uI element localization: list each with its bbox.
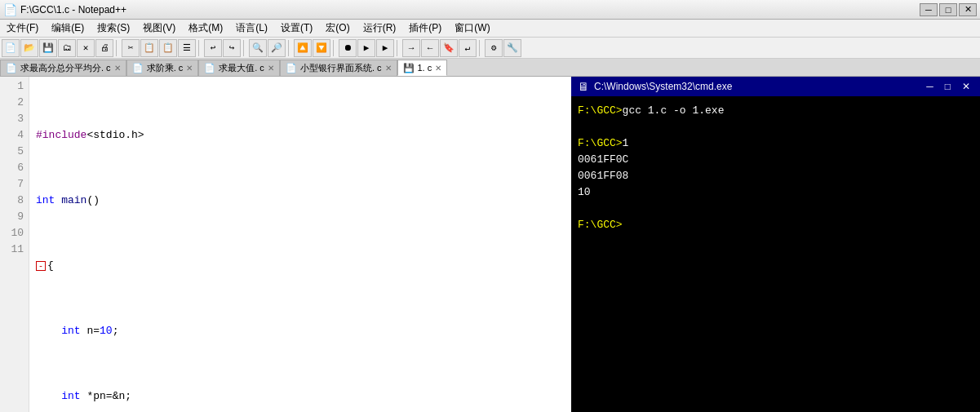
menu-window[interactable]: 窗口(W): [448, 20, 496, 37]
include-keyword: #include: [36, 127, 86, 144]
tb-macro-play[interactable]: ▶: [357, 39, 375, 57]
menu-settings[interactable]: 设置(T): [274, 20, 319, 37]
code-area: 1 2 3 4 5 6 7 8 9 10 11 #include<stdio: [0, 77, 571, 412]
tb-open[interactable]: 📂: [20, 39, 38, 57]
cmd-cmd-gcc: gcc 1.c -o 1.exe: [623, 104, 725, 117]
menu-language[interactable]: 语言(L): [229, 20, 274, 37]
cmd-line-2: F:\GCC>1: [578, 135, 973, 152]
window-title: F:\GCC\1.c - Notepad++: [20, 4, 920, 16]
kw-int-pn: int: [61, 388, 80, 405]
window-controls: ─ □ ✕: [920, 3, 977, 16]
tab-close-4[interactable]: ✕: [385, 64, 392, 73]
cmd-minimize-btn[interactable]: ─: [923, 81, 937, 92]
cmd-title-bar: 🖥 C:\Windows\System32\cmd.exe ─ □ ✕: [571, 77, 980, 96]
tb-new[interactable]: 📄: [2, 39, 20, 57]
cmd-line-4: 0061FF08: [578, 168, 973, 184]
menu-edit[interactable]: 编辑(E): [45, 20, 91, 37]
line-num-9: 9: [5, 209, 24, 225]
menu-view[interactable]: 视图(V): [136, 20, 182, 37]
editor-pane[interactable]: 1 2 3 4 5 6 7 8 9 10 11 #include<stdio: [0, 77, 571, 412]
tab-close-1[interactable]: ✕: [114, 64, 121, 73]
tab-label-3: 求最大值. c: [219, 62, 264, 74]
minimize-button[interactable]: ─: [920, 3, 938, 16]
tb-plugin2[interactable]: 🔧: [503, 39, 521, 57]
line-num-6: 6: [5, 160, 24, 176]
title-bar: 📄 F:\GCC\1.c - Notepad++ ─ □ ✕: [0, 0, 980, 20]
cmd-output-addr1: 0061FF0C: [578, 153, 628, 166]
tab-label-2: 求阶乘. c: [147, 62, 184, 74]
fold-icon-3[interactable]: -: [36, 261, 46, 271]
cmd-close-btn[interactable]: ✕: [959, 81, 973, 92]
tb-zoom-out[interactable]: 🔽: [313, 39, 330, 57]
cmd-prompt-1: F:\GCC>: [578, 137, 623, 149]
cmd-prompt-end: F:\GCC>: [578, 219, 623, 231]
include-bracket: <: [86, 127, 93, 144]
tb-wrap[interactable]: ↵: [459, 39, 477, 57]
sep7: [479, 40, 482, 56]
tb-save-all[interactable]: 🗂: [58, 39, 76, 57]
tab-max-value[interactable]: 📄 求最大值. c ✕: [198, 60, 280, 76]
line-num-11: 11: [5, 241, 24, 258]
tb-select-all[interactable]: ☰: [178, 39, 196, 57]
cmd-output-addr2: 0061FF08: [578, 170, 628, 182]
code-line-5: int *pn=&n;: [36, 388, 565, 405]
menu-macro[interactable]: 宏(O): [319, 20, 356, 37]
tb-unindent[interactable]: ←: [421, 39, 439, 57]
line-num-1: 1: [5, 78, 24, 95]
tb-print[interactable]: 🖨: [95, 39, 113, 57]
tb-save[interactable]: 💾: [39, 39, 57, 57]
indent-5: [36, 388, 61, 405]
tab-1c[interactable]: 💾 1. c ✕: [397, 60, 448, 76]
code-line-3: -{: [36, 258, 565, 274]
tab-close-3[interactable]: ✕: [268, 64, 274, 73]
line-numbers: 1 2 3 4 5 6 7 8 9 10 11: [0, 77, 29, 412]
space-n: n=: [81, 323, 100, 339]
menu-plugins[interactable]: 插件(P): [402, 20, 448, 37]
tab-highest-score[interactable]: 📄 求最高分总分平均分. c ✕: [0, 60, 126, 76]
tb-redo[interactable]: ↪: [223, 39, 241, 57]
fn-main: main: [61, 193, 86, 209]
code-content[interactable]: #include<stdio.h> int main() -{ int n=10…: [29, 77, 571, 412]
cmd-line-3: 0061FF0C: [578, 152, 973, 168]
include-bracket-close: >: [138, 127, 144, 144]
tb-paste[interactable]: 📋: [159, 39, 177, 57]
cmd-maximize-btn[interactable]: □: [942, 81, 954, 92]
tb-close[interactable]: ✕: [77, 39, 95, 57]
cmd-pane: 🖥 C:\Windows\System32\cmd.exe ─ □ ✕ F:\G…: [571, 77, 980, 412]
cmd-title-text: C:\Windows\System32\cmd.exe: [594, 81, 732, 92]
kw-int-main: int: [36, 193, 55, 209]
tb-macro-record[interactable]: ⏺: [339, 39, 357, 57]
menu-run[interactable]: 运行(R): [357, 20, 403, 37]
tab-factorial[interactable]: 📄 求阶乘. c ✕: [126, 60, 199, 76]
cmd-content: F:\GCC>gcc 1.c -o 1.exe F:\GCC>1 0061FF0…: [571, 96, 980, 412]
app-icon: 📄: [3, 3, 17, 16]
menu-file[interactable]: 文件(F): [0, 20, 45, 37]
menu-format[interactable]: 格式(M): [182, 20, 229, 37]
parens-main: (): [86, 193, 100, 209]
space-pn: *pn=&n;: [81, 388, 131, 405]
tab-close-5[interactable]: ✕: [435, 64, 441, 73]
space1: [55, 193, 61, 209]
tb-cut[interactable]: ✂: [122, 39, 140, 57]
tab-label-4: 小型银行界面系统. c: [300, 62, 382, 74]
tb-indent[interactable]: →: [402, 39, 420, 57]
tb-bookmark[interactable]: 🔖: [440, 39, 458, 57]
main-area: 1 2 3 4 5 6 7 8 9 10 11 #include<stdio: [0, 77, 980, 412]
tb-copy[interactable]: 📋: [140, 39, 158, 57]
tb-plugin1[interactable]: ⚙: [485, 39, 503, 57]
cmd-cmd-1: 1: [623, 137, 629, 149]
maximize-button[interactable]: □: [939, 3, 957, 16]
menu-search[interactable]: 搜索(S): [91, 20, 136, 37]
tb-find[interactable]: 🔍: [249, 39, 267, 57]
cmd-prompt-gcc: F:\GCC>: [578, 104, 623, 117]
tb-zoom-in[interactable]: 🔼: [294, 39, 312, 57]
tab-close-2[interactable]: ✕: [186, 64, 193, 73]
tb-find-replace[interactable]: 🔎: [268, 39, 286, 57]
close-button[interactable]: ✕: [959, 3, 977, 16]
tb-undo[interactable]: ↩: [204, 39, 222, 57]
line-num-8: 8: [5, 193, 24, 209]
tab-icon-4: 📄: [286, 63, 297, 73]
tb-run[interactable]: ▶: [376, 39, 394, 57]
line-num-7: 7: [5, 176, 24, 193]
tab-bank-system[interactable]: 📄 小型银行界面系统. c ✕: [280, 60, 397, 76]
